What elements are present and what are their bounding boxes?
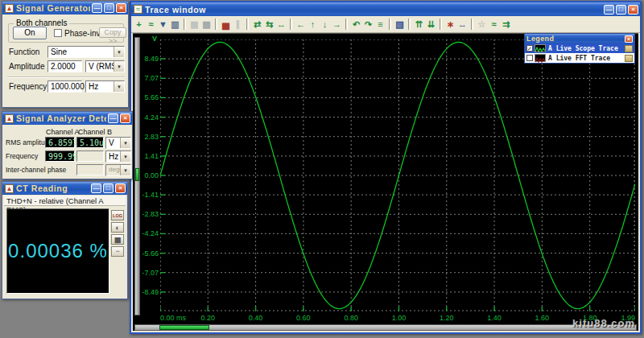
y-tick-label: 1.41 <box>144 152 159 160</box>
pan-down-icon[interactable]: ↓ <box>319 18 331 31</box>
overlay-traces-icon[interactable]: ≡ <box>374 18 386 31</box>
pan-up-icon[interactable]: ↑ <box>307 18 319 31</box>
chevron-down-icon[interactable]: ▼ <box>120 151 130 162</box>
horizontal-scrollbar[interactable] <box>134 324 637 331</box>
chevron-down-icon[interactable]: ▼ <box>114 61 124 72</box>
compress-time-icon[interactable]: ⇄ <box>251 18 263 31</box>
frequency-input[interactable]: 1000.000 <box>47 80 82 93</box>
close-button[interactable]: × <box>116 3 126 13</box>
legend-close-button[interactable]: × <box>625 35 633 43</box>
function-select[interactable]: Sine ▼ <box>47 46 125 58</box>
redo-view-icon[interactable]: ↷ <box>362 18 374 31</box>
thd-value: 0.00036 % <box>8 240 108 262</box>
phase-unit-select[interactable]: degrees ▼ <box>105 164 131 176</box>
cursor-lines-icon[interactable]: ⇉ <box>500 18 512 31</box>
signal-generator-titlebar[interactable]: ▲ Signal Generator ... — □ × <box>2 2 128 14</box>
signal-generator-window: ▲ Signal Generator ... — □ × Both channe… <box>2 1 129 108</box>
x-tick-label: 1.60 <box>535 314 550 322</box>
vertical-slider-thumb[interactable] <box>135 168 139 181</box>
log-scale-button[interactable]: LOG <box>111 210 124 221</box>
y-tick-label: -1.41 <box>142 191 159 199</box>
minimize-button[interactable]: — <box>92 3 102 13</box>
chevron-down-icon[interactable]: ▼ <box>114 81 124 92</box>
frequency-unit-select[interactable]: Hz ▼ <box>85 80 125 93</box>
signal-analyzer-titlebar[interactable]: ▲ Signal Analyzer Detec... — × <box>2 112 132 125</box>
minimize-button[interactable]: — <box>604 5 614 14</box>
vertical-scale-slider[interactable] <box>134 37 140 315</box>
close-button[interactable]: × <box>115 183 126 193</box>
copy-trace-icon[interactable]: ▥ <box>169 18 181 31</box>
save-trace-icon[interactable]: ▼ <box>157 18 169 31</box>
horizontal-scrollbar-thumb[interactable] <box>159 325 209 330</box>
fit-waveform-icon[interactable]: ↔ <box>275 18 287 31</box>
x-tick-label: 1.20 <box>440 314 454 322</box>
trace-window-titlebar[interactable]: ≈ Trace window — □ × <box>131 2 640 16</box>
options-button[interactable]: ∙∙ <box>111 246 124 257</box>
legend-item-options-icon[interactable] <box>625 45 633 52</box>
toolbar-separator <box>440 19 442 30</box>
trace-window-icon: ≈ <box>134 5 142 14</box>
maximize-button[interactable]: □ <box>103 183 114 193</box>
export-image-icon[interactable]: ▦ <box>188 18 200 31</box>
frequency-channel-b-display <box>76 150 104 162</box>
legend-titlebar[interactable]: Legend × <box>525 34 634 43</box>
pan-left-icon[interactable]: ← <box>295 18 307 31</box>
x-tick-label: 1.40 <box>487 314 502 322</box>
rms-unit-select[interactable]: V ▼ <box>105 137 131 149</box>
y-axis-labels: V 8.497.075.664.242.831.410.00-1.41-2.83… <box>141 39 159 311</box>
maximize-button[interactable]: □ <box>104 3 114 13</box>
ct-reading-window: ▲ CT Reading — □ × THD+N - relative (Cha… <box>2 181 128 299</box>
mixer-icon[interactable]: ∥ <box>232 18 244 31</box>
split-up-icon[interactable]: ⇈ <box>413 18 425 31</box>
marker-icon[interactable]: ∗ <box>444 18 456 31</box>
bar-display-icon[interactable]: ▅ <box>220 18 232 31</box>
y-axis-unit: V <box>152 35 157 43</box>
ct-reading-titlebar[interactable]: ▲ CT Reading — □ × <box>2 182 127 195</box>
chart-view-button[interactable]: ▦ <box>111 234 124 245</box>
legend-checkbox-fft[interactable] <box>526 55 533 61</box>
rms-channel-a-display: 6.8597 <box>45 137 75 148</box>
ct-reading-title: CT Reading <box>16 183 89 193</box>
signal-generator-title: Signal Generator ... <box>16 3 90 13</box>
toolbar-separator <box>215 19 217 30</box>
chevron-down-icon[interactable]: ▼ <box>114 47 124 57</box>
x-tick-label: 0.00 ms <box>160 314 186 322</box>
pan-right-icon[interactable]: → <box>331 18 343 31</box>
expand-time-icon[interactable]: ⇆ <box>263 18 275 31</box>
analyzer-frequency-unit-value: Hz <box>109 152 118 161</box>
scope-mode-icon[interactable]: ≈ <box>488 18 500 31</box>
y-tick-label: -7.07 <box>142 269 159 277</box>
maximize-button[interactable]: □ <box>616 5 626 14</box>
pointer-add-icon[interactable]: + <box>133 18 145 31</box>
close-button[interactable]: × <box>628 5 638 14</box>
favorite-view-icon[interactable]: ☆ <box>476 18 488 31</box>
swap-axes-icon[interactable]: ↔ <box>456 18 469 31</box>
minimize-button[interactable]: — <box>91 183 101 193</box>
live-trace-icon[interactable]: ≈ <box>145 18 157 31</box>
split-down-icon[interactable]: ⇊ <box>425 18 437 31</box>
copy-button[interactable]: Copy >> <box>99 27 126 38</box>
chevron-down-icon[interactable]: ▼ <box>120 165 130 175</box>
amplitude-input[interactable]: 2.0000 <box>47 60 82 72</box>
phase-invert-checkbox[interactable] <box>54 29 62 37</box>
annotate-trace-icon[interactable]: ▧ <box>394 18 406 31</box>
x-tick-label: 0.20 <box>201 314 216 322</box>
capture-view-icon[interactable]: ▩ <box>200 18 213 31</box>
y-tick-label: -2.83 <box>142 210 159 218</box>
gauge-view-button[interactable]: ◐ <box>111 222 124 233</box>
amplitude-label: Amplitude <box>9 62 44 71</box>
inter-channel-phase-display <box>76 164 104 175</box>
legend-item-label: A Live Scope Trace <box>546 45 625 52</box>
legend-item-fft-trace[interactable]: A Live FFT Trace <box>525 53 634 63</box>
y-tick-label: -8.49 <box>142 288 159 296</box>
analyzer-frequency-unit-select[interactable]: Hz ▼ <box>105 150 131 163</box>
legend-checkbox-scope[interactable]: ✓ <box>526 45 533 52</box>
undo-view-icon[interactable]: ↶ <box>350 18 362 31</box>
chevron-down-icon[interactable]: ▼ <box>120 138 130 148</box>
legend-item-options-icon[interactable] <box>625 55 633 62</box>
on-button[interactable]: On <box>13 27 47 39</box>
legend-item-scope-trace[interactable]: ✓ A Live Scope Trace <box>525 43 634 53</box>
minimize-button[interactable]: — <box>108 113 118 123</box>
amplitude-unit-select[interactable]: V (RMS) ▼ <box>85 60 125 72</box>
close-button[interactable]: × <box>120 113 130 123</box>
